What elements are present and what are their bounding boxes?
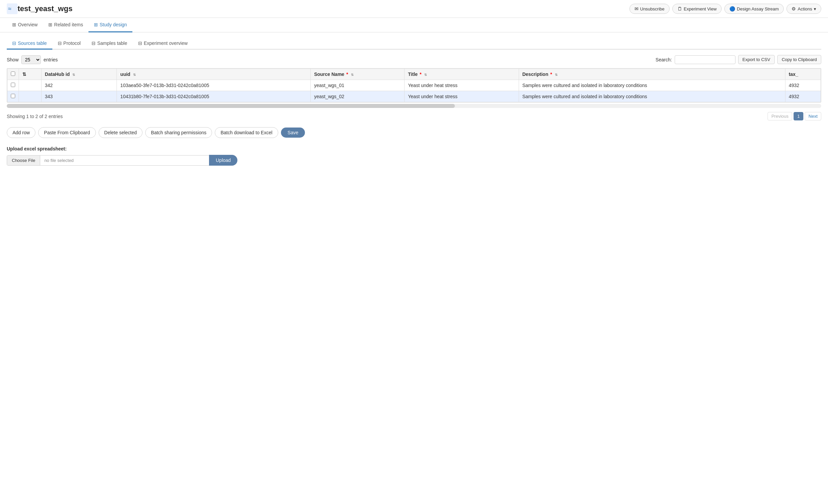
row-title: Yeast under heat stress [405, 91, 519, 102]
tab-related-items[interactable]: ⊞ Related items [43, 18, 88, 32]
svg-text:≈: ≈ [8, 5, 11, 12]
page-1-button[interactable]: 1 [794, 112, 803, 120]
upload-row: Choose File no file selected Upload [7, 155, 821, 166]
upload-label: Upload excel spreadsheet: [7, 146, 821, 151]
select-all-checkbox[interactable] [11, 72, 15, 76]
header-uuid[interactable]: uuid ⇅ [117, 69, 311, 80]
export-csv-button[interactable]: Export to CSV [738, 55, 775, 64]
delete-selected-button[interactable]: Delete selected [99, 127, 143, 138]
header-title[interactable]: Title * ⇅ [405, 69, 519, 80]
header-tax[interactable]: tax_ [785, 69, 821, 80]
row-checkbox-1[interactable] [11, 94, 15, 98]
row-description: Samples were cultured and isolated in la… [519, 80, 785, 91]
row-datahub-id: 343 [41, 91, 117, 102]
scrollbar-thumb[interactable] [7, 104, 455, 108]
sort-description-icon: ⇅ [555, 73, 558, 77]
tab-experiment-overview[interactable]: ⊟ Experiment overview [133, 38, 193, 50]
row-tax: 4932 [785, 80, 821, 91]
title-required: * [420, 72, 421, 77]
row-checkbox-cell [7, 91, 19, 102]
file-input-wrapper: Choose File no file selected [7, 155, 209, 166]
paste-from-clipboard-button[interactable]: Paste From Clipboard [38, 127, 96, 138]
batch-sharing-button[interactable]: Batch sharing permissions [145, 127, 212, 138]
tab-sources-table[interactable]: ⊟ Sources table [7, 38, 52, 50]
tab-study-design[interactable]: ⊞ Study design [88, 18, 132, 32]
row-source-name: yeast_wgs_01 [311, 80, 405, 91]
sort-title-icon: ⇅ [424, 73, 427, 77]
tab-samples-table[interactable]: ⊟ Samples table [86, 38, 133, 50]
table-row: 343 10431b80-7fe7-013b-3d31-0242c0a81005… [7, 91, 821, 102]
app-header: ≈ test_yeast_wgs ✉ Unsubscribe 🗒 Experim… [0, 0, 828, 18]
row-sort-cell [19, 80, 42, 91]
tab-protocol[interactable]: ⊟ Protocol [52, 38, 86, 50]
choose-file-button[interactable]: Choose File [7, 156, 40, 165]
actions-button[interactable]: ⚙ Actions ▾ [786, 4, 821, 14]
overview-table-icon: ⊞ [12, 22, 16, 27]
row-datahub-id: 342 [41, 80, 117, 91]
design-assay-stream-button[interactable]: 🔵 Design Assay Stream [724, 4, 784, 14]
header-source-name[interactable]: Source Name * ⇅ [311, 69, 405, 80]
next-page-button[interactable]: Next [805, 112, 821, 120]
header-description[interactable]: Description * ⇅ [519, 69, 785, 80]
horizontal-scrollbar[interactable] [7, 104, 821, 108]
unsubscribe-icon: ✉ [635, 6, 639, 11]
experiment-overview-icon: ⊟ [138, 40, 142, 46]
pagination-row: Showing 1 to 2 of 2 entries Previous 1 N… [7, 112, 821, 120]
sort-uuid-icon: ⇅ [133, 73, 136, 77]
pagination-info: Showing 1 to 2 of 2 entries [7, 114, 63, 119]
previous-page-button[interactable]: Previous [768, 112, 792, 120]
top-nav-tabs: ⊞ Overview ⊞ Related items ⊞ Study desig… [0, 18, 828, 32]
dropdown-arrow-icon: ▾ [814, 6, 816, 11]
batch-download-button[interactable]: Batch download to Excel [215, 127, 278, 138]
sort-datahub-icon: ⇅ [72, 73, 75, 77]
protocol-icon: ⊟ [58, 40, 62, 46]
pagination-controls: Previous 1 Next [768, 112, 821, 120]
show-label: Show [7, 57, 19, 62]
row-description: Samples were cultured and isolated in la… [519, 91, 785, 102]
search-area: Search: Export to CSV Copy to Clipboard [655, 55, 821, 64]
row-tax: 4932 [785, 91, 821, 102]
search-input[interactable] [675, 55, 735, 64]
data-table-wrapper: ⇅ DataHub id ⇅ uuid ⇅ Source Name * ⇅ [7, 68, 821, 103]
inner-tabs: ⊟ Sources table ⊟ Protocol ⊟ Samples tab… [7, 38, 821, 50]
file-name-display: no file selected [40, 156, 209, 165]
copy-clipboard-button[interactable]: Copy to Clipboard [777, 55, 821, 64]
row-uuid: 103aea50-3fe7-013b-3d31-0242c0a81005 [117, 80, 311, 91]
sort-all-icon: ⇅ [22, 72, 26, 77]
save-button[interactable]: Save [281, 128, 305, 138]
tab-overview[interactable]: ⊞ Overview [7, 18, 43, 32]
header-datahub-id[interactable]: DataHub id ⇅ [41, 69, 117, 80]
page-title: test_yeast_wgs [18, 4, 629, 13]
row-source-name: yeast_wgs_02 [311, 91, 405, 102]
row-uuid: 10431b80-7fe7-013b-3d31-0242c0a81005 [117, 91, 311, 102]
show-entries-control: Show 25 10 50 100 entries [7, 55, 58, 64]
table-controls: Show 25 10 50 100 entries Search: Export… [7, 55, 821, 64]
upload-section: Upload excel spreadsheet: Choose File no… [7, 146, 821, 166]
app-logo: ≈ [7, 3, 18, 14]
experiment-view-button[interactable]: 🗒 Experiment View [672, 4, 722, 14]
row-checkbox-cell [7, 80, 19, 91]
sort-source-icon: ⇅ [351, 73, 354, 77]
related-table-icon: ⊞ [48, 22, 52, 27]
description-required: * [550, 72, 552, 77]
header-sort-all[interactable]: ⇅ [19, 69, 42, 80]
sources-data-table: ⇅ DataHub id ⇅ uuid ⇅ Source Name * ⇅ [7, 68, 821, 102]
source-name-required: * [346, 72, 348, 77]
table-header-row: ⇅ DataHub id ⇅ uuid ⇅ Source Name * ⇅ [7, 69, 821, 80]
row-title: Yeast under heat stress [405, 80, 519, 91]
entries-label: entries [44, 57, 58, 62]
gear-icon: ⚙ [792, 6, 796, 11]
row-checkbox-0[interactable] [11, 83, 15, 87]
search-label: Search: [655, 57, 672, 62]
main-content: ⊟ Sources table ⊟ Protocol ⊟ Samples tab… [0, 32, 828, 171]
entries-select[interactable]: 25 10 50 100 [21, 55, 41, 64]
sources-table-icon: ⊟ [12, 40, 16, 46]
bottom-actions: Add row Paste From Clipboard Delete sele… [7, 127, 821, 138]
experiment-icon: 🗒 [677, 6, 682, 11]
unsubscribe-button[interactable]: ✉ Unsubscribe [629, 4, 670, 14]
row-sort-cell [19, 91, 42, 102]
upload-button[interactable]: Upload [209, 155, 237, 166]
study-table-icon: ⊞ [94, 22, 98, 27]
assay-icon: 🔵 [729, 6, 735, 11]
add-row-button[interactable]: Add row [7, 127, 35, 138]
